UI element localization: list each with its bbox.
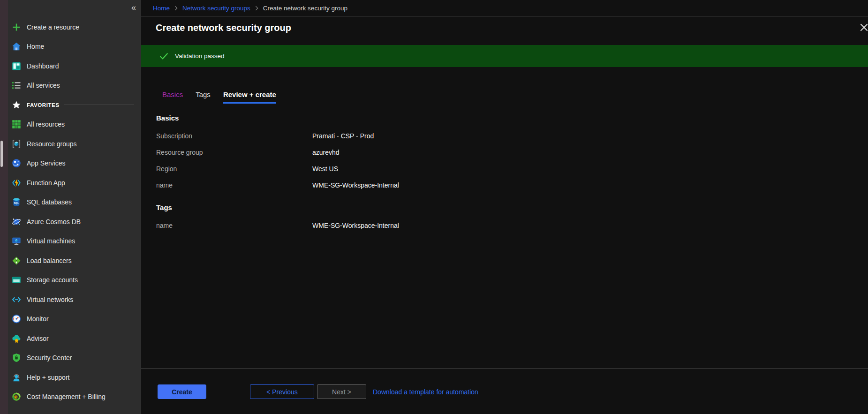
sidebar: « Create a resourceHomeDashboardAll serv… [8,0,141,414]
breadcrumb-chevron-icon [255,6,258,11]
sidebar-item-label: Home [27,43,44,50]
page-title: Create network security group [156,23,291,33]
star-icon [12,100,21,110]
sidebar-item-label: Load balancers [27,257,72,264]
sidebar-item-home[interactable]: Home [8,37,141,57]
field-label: name [156,222,312,229]
all-services-icon [12,81,21,90]
sidebar-item-cost-management-billing[interactable]: $Cost Management + Billing [8,387,141,407]
field-label: Subscription [156,132,312,140]
sidebar-item-all-services[interactable]: All services [8,76,141,96]
function-app-icon [12,178,21,188]
sidebar-item-label: Function App [27,179,65,187]
review-row: SubscriptionPramati - CSP - Prod [156,128,849,144]
virtual-machines-icon [12,236,21,246]
checkmark-icon [159,53,168,60]
sidebar-item-security-center[interactable]: Security Center [8,348,141,368]
sidebar-item-virtual-machines[interactable]: Virtual machines [8,232,141,251]
sidebar-item-label: Advisor [27,335,49,342]
tab-tags[interactable]: Tags [196,90,211,104]
sidebar-item-function-app[interactable]: Function App [8,173,141,193]
sidebar-item-advisor[interactable]: Advisor [8,329,141,348]
review-content: BasicsSubscriptionPramati - CSP - ProdRe… [156,112,849,233]
sidebar-item-storage-accounts[interactable]: Storage accounts [8,271,141,290]
section-heading: Basics [156,112,849,125]
sidebar-collapse-icon[interactable]: « [131,2,136,14]
left-edge-strip [0,0,8,414]
app-services-icon [12,158,21,168]
review-section-basics: BasicsSubscriptionPramati - CSP - ProdRe… [156,112,849,193]
review-row: nameWME-SG-Workspace-Internal [156,217,849,233]
tab-review-create[interactable]: Review + create [223,90,276,104]
sidebar-item-all-resources[interactable]: All resources [8,115,141,135]
sidebar-item-virtual-networks[interactable]: Virtual networks [8,290,141,309]
review-row: RegionWest US [156,160,849,177]
virtual-networks-icon [12,295,21,304]
previous-button[interactable]: < Previous [250,384,314,399]
load-balancers-icon [12,256,21,265]
sidebar-item-sql-databases[interactable]: SQLSQL databases [8,193,141,212]
favorites-label: FAVORITES [27,102,60,108]
create-button[interactable]: Create [158,384,206,399]
close-icon[interactable] [858,21,868,33]
help-support-icon [12,373,21,382]
breadcrumb-network-security-groups[interactable]: Network security groups [182,5,250,12]
breadcrumb-home[interactable]: Home [153,5,170,12]
sql-databases-icon: SQL [12,197,21,207]
sidebar-item-label: Virtual networks [27,296,73,303]
cost-management-icon: $ [12,392,21,401]
footer-actions: Create < Previous Next > Download a temp… [141,369,868,399]
review-row: Resource groupazurevhd [156,144,849,160]
security-center-icon [12,353,21,362]
all-resources-icon [12,120,21,129]
monitor-icon [12,314,21,324]
page-header: Create network security group [141,17,868,38]
sidebar-item-label: Storage accounts [27,276,78,284]
breadcrumb-create-network-security-group: Create network security group [263,5,347,12]
main-panel: HomeNetwork security groupsCreate networ… [141,0,868,414]
advisor-icon [12,334,21,343]
sidebar-favorites-header: FAVORITES [8,95,141,115]
sidebar-item-label: Monitor [27,315,49,323]
sidebar-item-label: All resources [27,120,65,128]
field-value: azurevhd [312,149,340,156]
sidebar-item-label: Cost Management + Billing [27,393,106,400]
left-scrollbar-thumb[interactable] [0,141,3,167]
sidebar-item-label: Security Center [27,354,72,361]
validation-message: Validation passed [175,53,225,60]
section-heading: Tags [156,201,849,214]
sidebar-item-label: Azure Cosmos DB [27,218,81,226]
review-section-tags: TagsnameWME-SG-Workspace-Internal [156,201,849,233]
azure-portal-screen: « Create a resourceHomeDashboardAll serv… [0,0,868,414]
svg-text:SQL: SQL [14,202,20,204]
sidebar-item-help-support[interactable]: Help + support [8,368,141,387]
sidebar-item-resource-groups[interactable]: Resource groups [8,134,141,154]
sidebar-item-dashboard[interactable]: Dashboard [8,56,141,76]
validation-banner: Validation passed [141,45,868,67]
sidebar-nav: Create a resourceHomeDashboardAll servic… [8,0,141,406]
sidebar-item-label: SQL databases [27,198,72,206]
tab-basics[interactable]: Basics [162,90,183,104]
sidebar-item-azure-cosmos-db[interactable]: Azure Cosmos DB [8,212,141,232]
resource-groups-icon [12,139,21,149]
storage-accounts-icon [12,275,21,285]
sidebar-item-label: Help + support [27,374,69,381]
sidebar-item-label: Virtual machines [27,237,75,245]
sidebar-item-app-services[interactable]: App Services [8,154,141,173]
footer-bar: Create < Previous Next > Download a temp… [141,368,868,414]
field-value: WME-SG-Workspace-Internal [312,181,399,189]
favorites-divider [64,105,134,105]
field-label: Resource group [156,149,312,156]
field-label: Region [156,165,312,173]
download-template-link[interactable]: Download a template for automation [373,388,478,396]
sidebar-item-label: Resource groups [27,140,77,148]
next-button[interactable]: Next > [317,384,366,399]
sidebar-item-load-balancers[interactable]: Load balancers [8,251,141,271]
dashboard-icon [12,61,21,71]
field-value: Pramati - CSP - Prod [312,132,374,140]
field-label: name [156,181,312,189]
plus-icon [12,23,21,32]
home-icon [12,42,21,51]
sidebar-item-create-a-resource[interactable]: Create a resource [8,17,141,37]
sidebar-item-monitor[interactable]: Monitor [8,309,141,329]
